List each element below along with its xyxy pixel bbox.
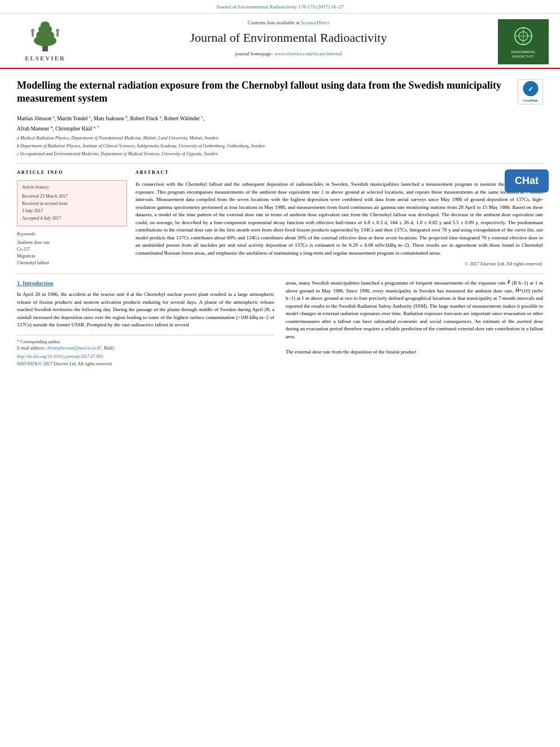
keywords-label: Keywords:	[17, 231, 127, 237]
affiliation-b: b Department of Radiation Physics, Insti…	[17, 143, 543, 150]
svg-point-4	[41, 21, 50, 28]
abstract-header: ABSTRACT	[135, 169, 543, 176]
journal-header-center: Contents lists available at ScienceDirec…	[79, 19, 498, 58]
keyword-1: Ambient dose rate	[17, 239, 127, 246]
svg-rect-6	[32, 32, 34, 37]
crossmark-badge[interactable]: ✓ CrossMark	[518, 79, 543, 104]
journal-title: Journal of Environmental Radioactivity	[90, 29, 487, 47]
section-divider	[17, 273, 543, 274]
body-content: 1. Introduction In April 26 in 1986, the…	[17, 279, 543, 367]
svg-point-5	[31, 29, 34, 32]
accepted-date: Accepted 4 July 2017	[22, 215, 122, 221]
svg-text:ENVIRONMENTAL: ENVIRONMENTAL	[511, 50, 536, 54]
footnotes: * Corresponding author. E-mail address: …	[17, 335, 274, 368]
history-label: Article history:	[22, 184, 122, 190]
chat-button[interactable]: CHat	[505, 169, 549, 193]
journal-homepage: journal homepage: www.elsevier.com/locat…	[90, 50, 487, 58]
abstract-column: ABSTRACT In connection with the Chernoby…	[135, 169, 543, 268]
keyword-3: Migration	[17, 253, 127, 259]
email-note: E-mail address: christopher.raaf@med.lu.…	[17, 345, 274, 351]
introduction-left-text: In April 26 in 1986, the accident at the…	[17, 291, 274, 329]
issn-line: 0265-931X/© 2017 Elsevier Ltd. All right…	[17, 361, 274, 367]
svg-point-7	[56, 29, 59, 32]
journal-logo: ENVIRONMENTAL RADIOACTIVITY	[498, 19, 549, 64]
journal-reference-text: Journal of Environmental Radioactivity 1…	[216, 4, 344, 10]
elsevier-tree-icon	[23, 19, 68, 53]
corresponding-author-note: * Corresponding author.	[17, 339, 274, 345]
info-abstract-section: ARTICLE INFO Article history: Received 2…	[17, 163, 543, 268]
article-title: Modelling the external radiation exposur…	[17, 79, 518, 106]
revised-label: Received in revised form	[22, 200, 122, 207]
elsevier-brand-text: ELSEVIER	[25, 54, 65, 63]
body-right-column: areas, many Swedish municipalities launc…	[286, 279, 543, 367]
revised-date: 3 July 2017	[22, 208, 122, 214]
header-top-row: ELSEVIER Contents lists available at Sci…	[11, 19, 549, 64]
introduction-heading: 1. Introduction	[17, 279, 274, 287]
article-history-box: Article history: Received 23 March 2017 …	[17, 180, 127, 226]
affiliation-c: c Occupational and Environmental Medicin…	[17, 151, 543, 158]
keyword-4: Chernobyl fallout	[17, 260, 127, 266]
authors: Mattias Jönsson a, Martin Tondel c, Mats…	[17, 114, 543, 122]
email-link[interactable]: christopher.raaf@med.lu.se	[46, 346, 96, 351]
affiliation-a: a Medical Radiation Physics, Department …	[17, 135, 543, 142]
svg-text:✓: ✓	[528, 85, 533, 93]
affiliations: a Medical Radiation Physics, Department …	[17, 135, 543, 158]
received-date: Received 23 March 2017	[22, 193, 122, 199]
elsevier-logo: ELSEVIER	[11, 19, 79, 63]
abstract-text: In connection with the Chernobyl fallout…	[135, 181, 543, 257]
body-left-column: 1. Introduction In April 26 in 1986, the…	[17, 279, 274, 367]
svg-text:RADIOACTIVITY: RADIOACTIVITY	[513, 55, 535, 58]
crossmark-icon: ✓	[522, 80, 539, 97]
contents-available-line: Contents lists available at ScienceDirec…	[90, 19, 487, 27]
journal-reference-bar: Journal of Environmental Radioactivity 1…	[0, 0, 560, 14]
homepage-url[interactable]: www.elsevier.com/locate/jenvrad	[274, 51, 342, 56]
copyright-line: © 2017 Elsevier Ltd. All rights reserved…	[135, 260, 543, 268]
article-info-column: ARTICLE INFO Article history: Received 2…	[17, 169, 127, 268]
svg-rect-8	[56, 32, 59, 37]
journal-header: ELSEVIER Contents lists available at Sci…	[0, 14, 560, 69]
doi-line[interactable]: http://dx.doi.org/10.1016/j.jenvrad.2017…	[17, 353, 274, 360]
authors-line2: Afrah Mamour b, Christopher Rääf a, *	[17, 125, 543, 133]
keywords-section: Keywords: Ambient dose rate Cs-137 Migra…	[17, 231, 127, 266]
contents-prefix: Contents lists available at	[248, 20, 300, 25]
article-info-header: ARTICLE INFO	[17, 169, 127, 176]
introduction-right-text: areas, many Swedish municipalities launc…	[286, 279, 543, 356]
authors-text: Mattias Jönsson a, Martin Tondel c, Mats…	[17, 116, 204, 121]
crossmark-label: CrossMark	[523, 98, 538, 103]
article-title-section: Modelling the external radiation exposur…	[17, 75, 543, 110]
sciencedirect-link[interactable]: ScienceDirect	[301, 20, 329, 25]
keyword-2: Cs-137	[17, 246, 127, 252]
main-content: Modelling the external radiation exposur…	[0, 69, 560, 373]
